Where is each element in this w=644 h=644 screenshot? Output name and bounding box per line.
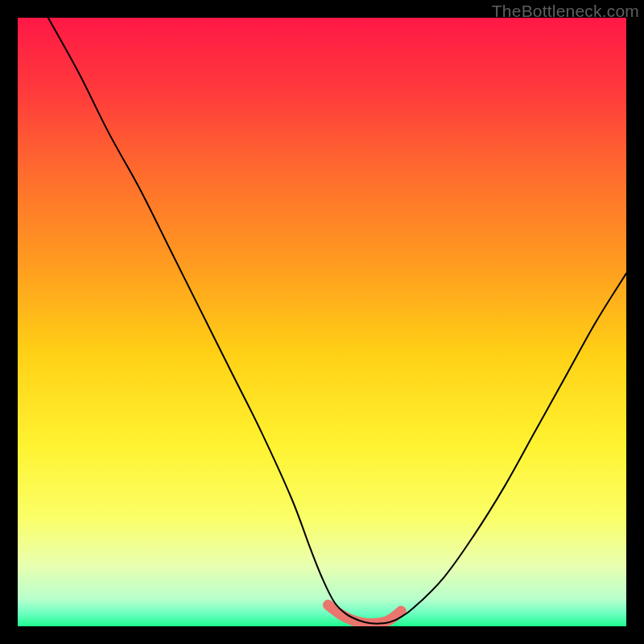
chart-frame: TheBottleneck.com <box>0 0 644 644</box>
chart-background-gradient <box>18 18 626 626</box>
watermark-text: TheBottleneck.com <box>492 2 639 21</box>
chart-plot-area <box>18 18 626 626</box>
chart-svg <box>18 18 626 626</box>
